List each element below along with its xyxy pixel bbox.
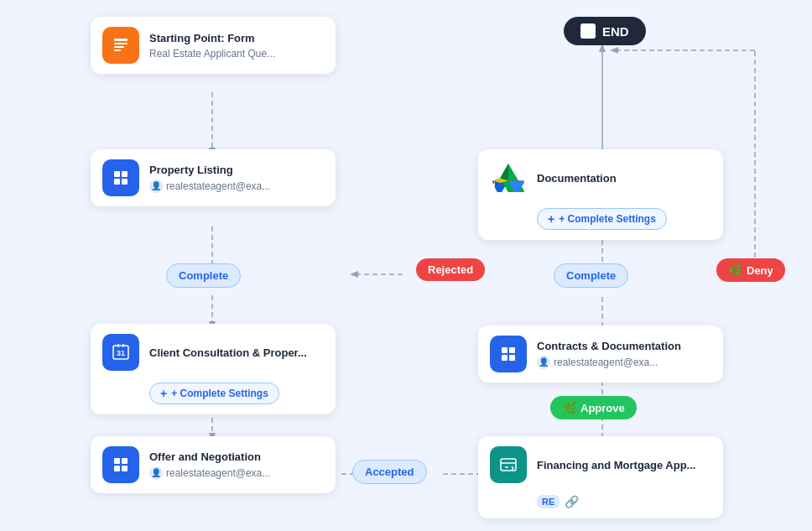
approve-badge[interactable]: 🌿 Approve — [550, 396, 637, 419]
svg-rect-41 — [502, 347, 508, 353]
svg-rect-37 — [114, 458, 120, 464]
client-consultation-icon: 31 — [102, 334, 139, 371]
property-listing-title: Property Listing — [149, 164, 270, 176]
approve-leaf-icon: 🌿 — [562, 401, 576, 414]
complete-badge-2[interactable]: Complete — [554, 263, 628, 288]
financing-icon — [490, 446, 527, 483]
deny-leaf-icon: 🌿 — [728, 263, 742, 277]
svg-rect-42 — [509, 347, 515, 353]
svg-rect-34 — [117, 344, 119, 347]
svg-marker-20 — [350, 271, 358, 278]
svg-rect-27 — [114, 46, 124, 48]
svg-text:31: 31 — [117, 349, 125, 357]
offer-negotiation-title: Offer and Negotiation — [149, 450, 270, 463]
svg-rect-25 — [114, 39, 128, 41]
workflow-canvas: Starting Point: Form Real Estate Applica… — [0, 0, 812, 531]
accepted-badge[interactable]: Accepted — [352, 460, 427, 484]
offer-negotiation-card[interactable]: Offer and Negotiation 👤 realestateagent@… — [91, 436, 336, 493]
property-listing-icon — [102, 159, 139, 196]
client-consultation-title: Client Consultation & Proper... — [149, 346, 307, 359]
contracts-content: Contracts & Documentation 👤 realestateag… — [537, 340, 681, 369]
re-badge: RE — [537, 495, 560, 508]
property-listing-content: Property Listing 👤 realestateagent@exa..… — [149, 164, 270, 193]
client-consultation-card[interactable]: 31 Client Consultation & Proper... + + C… — [91, 324, 336, 414]
avatar-icon-2: 👤 — [149, 466, 163, 480]
plus-icon-2: + — [548, 212, 554, 226]
property-listing-card[interactable]: Property Listing 👤 realestateagent@exa..… — [91, 149, 336, 206]
client-consultation-settings-btn[interactable]: + + Complete Settings — [149, 383, 279, 404]
gdrive-icon — [490, 159, 527, 196]
link-icon: 🔗 — [565, 495, 579, 508]
deny-badge[interactable]: 🌿 Deny — [716, 258, 785, 282]
svg-rect-43 — [502, 355, 508, 361]
starting-point-content: Starting Point: Form Real Estate Applica… — [149, 32, 275, 60]
financing-badges: RE 🔗 — [537, 495, 579, 508]
svg-rect-35 — [122, 344, 124, 347]
rejected-badge[interactable]: Rejected — [416, 258, 485, 281]
svg-rect-28 — [114, 49, 121, 51]
svg-rect-40 — [122, 466, 128, 471]
documentation-card[interactable]: Documentation + + Complete Settings — [478, 149, 723, 240]
starting-point-title: Starting Point: Form — [149, 32, 275, 44]
svg-rect-44 — [509, 355, 515, 361]
contracts-title: Contracts & Documentation — [537, 340, 681, 352]
end-checkbox — [580, 23, 596, 39]
contracts-subtitle: 👤 realestateagent@exa... — [537, 356, 681, 369]
accepted-label: Accepted — [365, 466, 414, 478]
offer-negotiation-icon — [102, 446, 139, 483]
deny-label: Deny — [747, 264, 773, 277]
property-listing-subtitle: 👤 realestateagent@exa... — [149, 180, 270, 193]
svg-rect-26 — [114, 43, 128, 44]
rejected-label: Rejected — [428, 263, 473, 276]
end-node: END — [564, 17, 646, 45]
avatar-icon: 👤 — [149, 180, 163, 193]
svg-rect-39 — [114, 466, 120, 471]
financing-card[interactable]: Financing and Mortgage App... RE 🔗 — [478, 436, 723, 518]
end-label: END — [602, 24, 629, 39]
svg-rect-31 — [114, 179, 120, 185]
offer-negotiation-subtitle: 👤 realestateagent@exa... — [149, 466, 270, 480]
avatar-icon-3: 👤 — [537, 356, 550, 369]
offer-negotiation-content: Offer and Negotiation 👤 realestateagent@… — [149, 450, 270, 480]
starting-point-subtitle: Real Estate Applicant Que... — [149, 48, 275, 60]
financing-title: Financing and Mortgage App... — [537, 459, 695, 471]
contracts-icon — [490, 336, 527, 372]
documentation-settings-btn[interactable]: + + Complete Settings — [537, 208, 667, 230]
svg-rect-30 — [122, 171, 128, 177]
starting-point-icon — [102, 27, 139, 64]
approve-label: Approve — [580, 402, 625, 414]
contracts-card[interactable]: Contracts & Documentation 👤 realestateag… — [478, 325, 723, 383]
complete-badge-1[interactable]: Complete — [166, 263, 241, 288]
svg-rect-38 — [122, 458, 128, 464]
complete-badge-1-label: Complete — [179, 269, 228, 282]
svg-rect-29 — [114, 171, 120, 177]
documentation-title: Documentation — [537, 172, 617, 185]
plus-icon: + — [160, 387, 167, 400]
svg-rect-32 — [122, 179, 128, 185]
complete-badge-2-label: Complete — [566, 269, 616, 282]
svg-rect-45 — [501, 459, 516, 471]
starting-point-card[interactable]: Starting Point: Form Real Estate Applica… — [91, 17, 336, 74]
svg-marker-24 — [610, 47, 618, 54]
